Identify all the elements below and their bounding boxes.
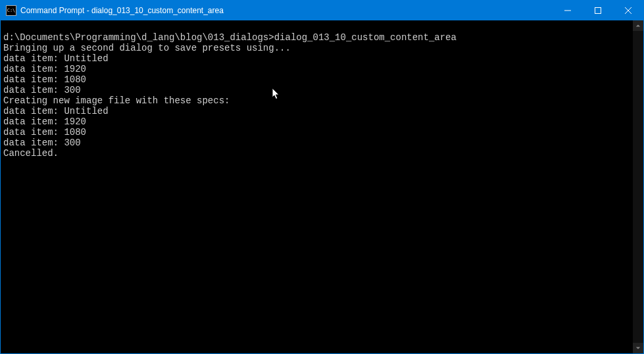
output-line: data item: 1920 (3, 64, 86, 74)
scroll-down-button[interactable] (633, 343, 643, 353)
command-text: dialog_013_10_custom_content_area (274, 32, 457, 43)
app-icon-text: C:\ (7, 9, 16, 13)
output-line: data item: 300 (3, 85, 81, 95)
terminal-content[interactable]: d:\Documents\Programming\d_lang\blog\013… (1, 20, 633, 353)
output-line: data item: 1080 (3, 127, 86, 138)
output-line: data item: 300 (3, 138, 81, 148)
output-line: data item: 1920 (3, 116, 86, 127)
output-line: Bringing up a second dialog to save pres… (3, 43, 291, 53)
maximize-icon (595, 7, 601, 14)
output-line: Cancelled. (3, 148, 59, 159)
minimize-button[interactable] (553, 1, 583, 20)
terminal-area[interactable]: d:\Documents\Programming\d_lang\blog\013… (1, 20, 643, 353)
close-button[interactable] (613, 1, 643, 20)
output-line: data item: 1080 (3, 74, 86, 85)
chevron-up-icon (635, 23, 641, 28)
maximize-button[interactable] (583, 1, 613, 20)
window-controls (553, 1, 643, 20)
close-icon (625, 7, 632, 14)
chevron-down-icon (635, 345, 641, 351)
output-line: data item: Untitled (3, 53, 109, 64)
minimize-icon (564, 7, 571, 14)
vertical-scrollbar[interactable] (633, 20, 643, 353)
app-icon: C:\ (6, 5, 16, 16)
scroll-up-button[interactable] (633, 20, 643, 31)
svg-rect-1 (595, 8, 601, 14)
output-line: data item: Untitled (3, 106, 109, 116)
window-title: Command Prompt - dialog_013_10_custom_co… (20, 6, 553, 15)
prompt-path: d:\Documents\Programming\d_lang\blog\013… (3, 32, 274, 43)
titlebar[interactable]: C:\ Command Prompt - dialog_013_10_custo… (1, 1, 643, 20)
output-line: Creating new image file with these specs… (3, 95, 230, 106)
command-prompt-window: C:\ Command Prompt - dialog_013_10_custo… (0, 0, 644, 354)
